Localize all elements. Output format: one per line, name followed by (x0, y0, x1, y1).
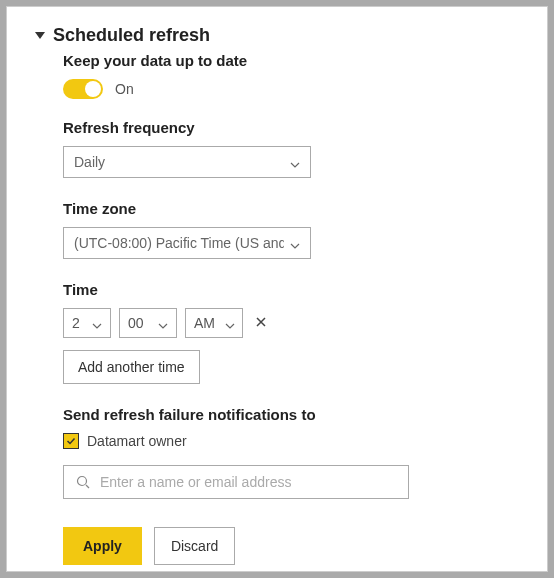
discard-button[interactable]: Discard (154, 527, 235, 565)
search-icon (76, 475, 90, 489)
notify-search-input[interactable] (100, 474, 396, 490)
svg-line-1 (86, 485, 89, 488)
time-label: Time (63, 281, 499, 298)
timezone-label: Time zone (63, 200, 499, 217)
toggle-knob-icon (85, 81, 101, 97)
svg-point-0 (78, 477, 87, 486)
keep-data-label: Keep your data up to date (63, 52, 499, 69)
add-time-button[interactable]: Add another time (63, 350, 200, 384)
frequency-select[interactable]: Daily (63, 146, 311, 178)
chevron-down-icon (92, 318, 102, 328)
owner-checkbox-label: Datamart owner (87, 433, 187, 449)
section-header[interactable]: Scheduled refresh (35, 25, 499, 46)
hour-value: 2 (72, 315, 80, 331)
chevron-down-icon (290, 157, 300, 167)
ampm-value: AM (194, 315, 215, 331)
frequency-label: Refresh frequency (63, 119, 499, 136)
scheduled-refresh-panel: Scheduled refresh Keep your data up to d… (6, 6, 548, 572)
chevron-down-icon (290, 238, 300, 248)
ampm-select[interactable]: AM (185, 308, 243, 338)
notify-search-wrapper[interactable] (63, 465, 409, 499)
section-title: Scheduled refresh (53, 25, 210, 46)
frequency-value: Daily (74, 154, 105, 170)
chevron-down-icon (225, 318, 235, 328)
minute-value: 00 (128, 315, 144, 331)
hour-select[interactable]: 2 (63, 308, 111, 338)
minute-select[interactable]: 00 (119, 308, 177, 338)
timezone-select[interactable]: (UTC-08:00) Pacific Time (US and Canada) (63, 227, 311, 259)
remove-time-button[interactable] (251, 314, 271, 332)
chevron-down-icon (158, 318, 168, 328)
owner-checkbox[interactable] (63, 433, 79, 449)
notify-label: Send refresh failure notifications to (63, 406, 499, 423)
timezone-value: (UTC-08:00) Pacific Time (US and Canada) (74, 235, 284, 251)
check-icon (66, 436, 76, 446)
apply-button[interactable]: Apply (63, 527, 142, 565)
toggle-state-label: On (115, 81, 134, 97)
collapse-caret-icon (35, 32, 45, 39)
keep-data-toggle[interactable] (63, 79, 103, 99)
